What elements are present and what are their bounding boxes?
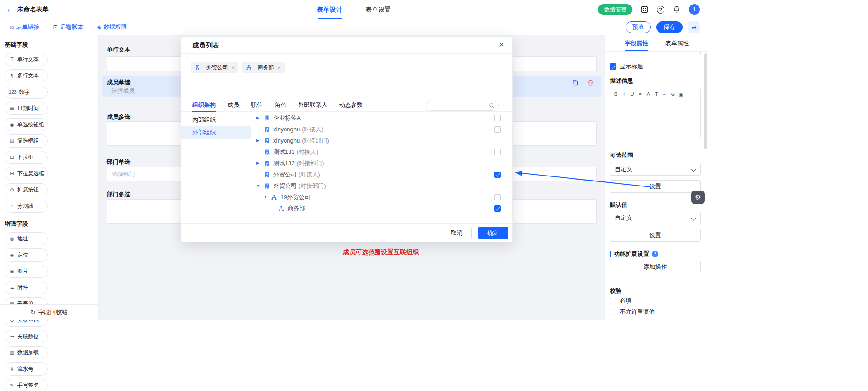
node-checkbox[interactable] xyxy=(494,126,501,133)
node-checkbox[interactable] xyxy=(494,115,501,121)
expand-arrow-icon[interactable] xyxy=(256,184,264,188)
description-textarea[interactable] xyxy=(610,100,700,139)
default-value-select[interactable]: 自定义 xyxy=(610,212,701,224)
tree-row[interactable]: 外贸公司 (对接部门) xyxy=(251,180,513,191)
confirm-button[interactable]: 确定 xyxy=(478,227,508,239)
show-title-checkbox[interactable] xyxy=(610,63,616,70)
tree-row[interactable]: 商务部 xyxy=(251,203,513,214)
field-type-item[interactable]: ◉单选按钮组 xyxy=(5,118,48,131)
field-type-item[interactable]: ≡分割线 xyxy=(5,200,48,213)
share-icon[interactable]: ➦ xyxy=(688,21,700,33)
panel-scrollbar[interactable] xyxy=(704,53,707,149)
image-icon[interactable]: ▣ xyxy=(678,91,683,97)
range-setting-button[interactable]: 设置 xyxy=(610,180,701,193)
field-type-item[interactable]: 123数字 xyxy=(5,86,48,99)
field-type-item[interactable]: ¶多行文本 xyxy=(5,69,48,82)
toolbar-link[interactable]: ⊡后端脚本 xyxy=(53,23,84,31)
tree-row[interactable]: 测试133 (对接人) xyxy=(251,146,513,157)
no-duplicate-checkbox[interactable] xyxy=(610,309,616,315)
form-title[interactable]: 未命名表单 xyxy=(17,5,49,15)
expand-arrow-icon[interactable] xyxy=(256,138,264,143)
org-scope-item[interactable]: 外部组织 xyxy=(181,126,251,139)
chip-remove-icon[interactable]: ✕ xyxy=(231,65,235,70)
font-color-icon[interactable]: A xyxy=(646,91,651,97)
save-button[interactable]: 保存 xyxy=(656,21,683,33)
field-type-item[interactable]: ▣图片 xyxy=(5,265,48,278)
back-icon[interactable]: ‹ xyxy=(7,4,10,15)
align-icon[interactable]: ≡ xyxy=(638,91,643,97)
field-recycle-bin[interactable]: ↻ 字段回收站 xyxy=(0,304,98,320)
field-type-item[interactable]: ▥数据加载 xyxy=(5,346,48,359)
default-value-label: 默认值 xyxy=(610,201,627,209)
expand-arrow-icon[interactable] xyxy=(256,161,264,165)
notification-bell-icon[interactable] xyxy=(673,5,681,14)
node-checkbox[interactable] xyxy=(494,205,501,212)
toolbar-link[interactable]: ◈数据权限 xyxy=(97,23,127,31)
tree-row[interactable]: xinyonghu (对接人) xyxy=(251,124,513,135)
properties-tab[interactable]: 字段属性 xyxy=(625,35,648,51)
search-input[interactable] xyxy=(431,101,487,110)
expand-arrow-icon[interactable] xyxy=(264,195,271,199)
node-checkbox[interactable] xyxy=(494,149,501,155)
bold-icon[interactable]: B xyxy=(613,91,618,97)
delete-field-icon[interactable] xyxy=(587,79,594,87)
search-icon[interactable] xyxy=(489,103,495,110)
modal-tab[interactable]: 成员 xyxy=(228,99,239,111)
add-action-button[interactable]: 添加操作 xyxy=(610,261,701,273)
help-icon[interactable]: ? xyxy=(657,6,664,14)
selected-org-chip[interactable]: 外贸公司 ✕ xyxy=(191,62,238,73)
field-type-item[interactable]: ⊞下拉复选框 xyxy=(5,167,48,180)
cancel-button[interactable]: 取消 xyxy=(442,227,472,239)
field-type-item[interactable]: ▦日期时间 xyxy=(5,102,48,115)
field-type-item[interactable]: ⊟下拉框 xyxy=(5,151,48,164)
toolbar-link[interactable]: ∞表单链接 xyxy=(10,23,40,31)
field-type-item[interactable]: ◎地址 xyxy=(5,232,48,245)
field-type-label: 流水号 xyxy=(17,365,33,373)
node-suffix: (对接部门) xyxy=(297,159,324,167)
tree-row[interactable]: 19外贸公司 xyxy=(251,191,513,203)
close-icon[interactable]: ✕ xyxy=(498,41,504,49)
link-icon[interactable]: ∞ xyxy=(662,91,667,97)
modal-tab[interactable]: 职位 xyxy=(251,99,263,111)
font-size-icon[interactable]: T xyxy=(654,91,659,97)
node-checkbox[interactable] xyxy=(494,194,501,200)
field-type-item[interactable]: ✎手写签名 xyxy=(5,379,48,391)
underline-icon[interactable]: U xyxy=(630,91,635,97)
unlink-icon[interactable]: ⊘ xyxy=(670,91,675,97)
org-scope-item[interactable]: 内部组织 xyxy=(181,114,251,126)
required-checkbox[interactable] xyxy=(610,298,616,304)
modal-tab[interactable]: 动态参数 xyxy=(339,99,363,111)
copy-field-icon[interactable] xyxy=(572,79,579,87)
expand-arrow-icon[interactable] xyxy=(256,116,264,120)
field-type-item[interactable]: ⊶关联数据 xyxy=(5,330,48,343)
modal-tab[interactable]: 角色 xyxy=(275,99,286,111)
selected-org-chip[interactable]: 商务部 ✕ xyxy=(242,62,284,73)
chip-remove-icon[interactable]: ✕ xyxy=(277,65,280,70)
optional-range-select[interactable]: 自定义 xyxy=(610,163,701,176)
modal-tab[interactable]: 组织架构 xyxy=(192,99,216,111)
extension-help-icon[interactable]: ? xyxy=(652,251,658,257)
modal-tab[interactable]: 外部联系人 xyxy=(298,99,327,111)
header-tab[interactable]: 表单设计 xyxy=(317,0,342,19)
field-type-item[interactable]: #流水号 xyxy=(5,362,48,376)
field-type-label: 数字 xyxy=(19,88,30,96)
field-type-item[interactable]: ☑复选框组 xyxy=(5,134,48,148)
field-type-item[interactable]: ☁附件 xyxy=(5,281,48,294)
properties-tab[interactable]: 表单属性 xyxy=(665,35,689,51)
tree-row[interactable]: 外贸公司 (对接人) xyxy=(251,169,513,180)
gear-icon[interactable]: ⚙ xyxy=(691,191,705,204)
default-setting-button[interactable]: 设置 xyxy=(610,229,701,242)
tree-row[interactable]: 测试133 (对接部门) xyxy=(251,157,513,169)
apps-icon[interactable] xyxy=(640,5,649,14)
tree-row[interactable]: xinyonghu (对接部门) xyxy=(251,135,513,146)
data-manage-button[interactable]: 数据管理 xyxy=(598,4,632,15)
preview-button[interactable]: 预览 xyxy=(626,21,651,33)
node-checkbox[interactable] xyxy=(494,172,501,178)
tree-row[interactable]: 企业标签A xyxy=(251,112,513,124)
field-type-item[interactable]: ⊕扩展按钮 xyxy=(5,183,48,196)
avatar[interactable]: 1 xyxy=(689,4,700,15)
field-type-item[interactable]: ◈定位 xyxy=(5,248,48,262)
field-type-item[interactable]: T单行文本 xyxy=(5,53,48,66)
header-tab[interactable]: 表单设置 xyxy=(366,0,391,19)
italic-icon[interactable]: I xyxy=(621,91,626,97)
